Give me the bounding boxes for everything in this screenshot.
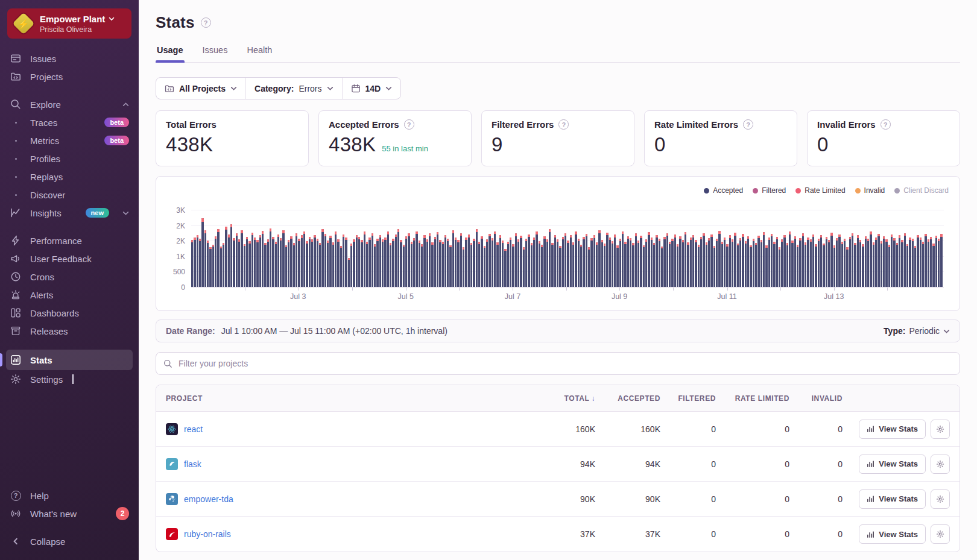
chart-bar[interactable] <box>753 239 754 288</box>
project-link[interactable]: flask <box>184 459 201 469</box>
chart-bar[interactable] <box>348 258 350 288</box>
chart-bar[interactable] <box>570 235 572 288</box>
chart-bar[interactable] <box>794 236 796 288</box>
project-settings-button[interactable] <box>931 455 950 474</box>
chart-bar[interactable] <box>854 243 856 288</box>
chart-bar[interactable] <box>439 240 441 288</box>
chart-bar[interactable] <box>632 243 634 288</box>
chart-bar[interactable] <box>883 236 885 288</box>
sidebar-item-settings[interactable]: Settings <box>0 370 139 388</box>
chart-bar[interactable] <box>783 235 785 288</box>
chart-bar[interactable] <box>619 239 621 288</box>
chart-bar[interactable] <box>392 239 394 288</box>
chart-bar[interactable] <box>465 238 467 288</box>
legend-item-accepted[interactable]: Accepted <box>704 186 743 195</box>
chart-bar[interactable] <box>786 243 788 288</box>
sidebar-item-traces[interactable]: Traces beta <box>0 113 139 131</box>
chart-bar[interactable] <box>773 242 775 288</box>
chart-bar[interactable] <box>541 245 543 288</box>
chart-bar[interactable] <box>390 243 391 288</box>
chart-bar[interactable] <box>408 233 409 288</box>
chart-bar[interactable] <box>364 231 365 288</box>
project-link[interactable]: react <box>184 424 203 434</box>
chart-bar[interactable] <box>755 243 757 288</box>
chart-bar[interactable] <box>938 239 940 288</box>
chart-bar[interactable] <box>669 242 671 288</box>
chart-bar[interactable] <box>288 240 289 288</box>
org-switcher[interactable]: ⚡ Empower Plant Priscila Oliveira <box>7 8 131 39</box>
chart-bar[interactable] <box>838 234 840 288</box>
chart-bar[interactable] <box>781 239 783 288</box>
chart-bar[interactable] <box>533 238 535 288</box>
chart-bar[interactable] <box>776 237 778 288</box>
chart-bar[interactable] <box>470 243 472 288</box>
chart-bar[interactable] <box>421 244 423 288</box>
chart-bar[interactable] <box>802 233 804 288</box>
project-filter-dropdown[interactable]: All Projects <box>156 78 245 99</box>
chart-bar[interactable] <box>197 235 198 288</box>
chart-bar[interactable] <box>724 238 726 288</box>
chart-bar[interactable] <box>645 239 647 288</box>
chart-bar[interactable] <box>256 240 258 288</box>
chart-bar[interactable] <box>384 238 386 288</box>
chart-bar[interactable] <box>298 239 300 288</box>
chart-bar[interactable] <box>225 227 227 288</box>
chart-bar[interactable] <box>737 244 739 288</box>
chart-bar[interactable] <box>713 246 715 288</box>
chart-bar[interactable] <box>729 235 731 288</box>
chart-bar[interactable] <box>254 238 256 288</box>
chart-bar[interactable] <box>447 239 449 288</box>
chart-bar[interactable] <box>267 239 269 288</box>
chart-bar[interactable] <box>797 245 798 288</box>
chart-bar[interactable] <box>452 230 454 288</box>
chart-bar[interactable] <box>460 233 462 288</box>
chart-bar[interactable] <box>285 245 287 288</box>
chart-bar[interactable] <box>612 241 613 288</box>
chart-bar[interactable] <box>223 243 224 288</box>
chart-bar[interactable] <box>382 239 384 288</box>
chart-bar[interactable] <box>648 232 650 288</box>
chart-bar[interactable] <box>935 236 937 288</box>
chart-bar[interactable] <box>329 236 331 288</box>
chart-bar[interactable] <box>481 236 482 288</box>
chart-bar[interactable] <box>881 241 882 288</box>
chart-bar[interactable] <box>423 235 425 288</box>
chart-bar[interactable] <box>345 238 347 288</box>
sidebar-item-whats-new[interactable]: What's new 2 <box>0 505 139 523</box>
chart-bar[interactable] <box>616 245 618 288</box>
chart-bar[interactable] <box>791 241 793 288</box>
category-filter-dropdown[interactable]: Category: Errors <box>245 78 341 99</box>
chart-bar[interactable] <box>687 242 689 288</box>
chart-bar[interactable] <box>661 247 663 288</box>
chart-bar[interactable] <box>228 234 230 288</box>
col-invalid[interactable]: INVALID <box>789 394 843 403</box>
sidebar-item-performance[interactable]: Performance <box>0 231 139 250</box>
chart-bar[interactable] <box>473 239 475 288</box>
chart-bar[interactable] <box>875 238 877 288</box>
search-input[interactable] <box>179 359 952 368</box>
chart-bar[interactable] <box>444 235 446 288</box>
chart-bar[interactable] <box>335 231 337 288</box>
chart-bar[interactable] <box>909 238 911 288</box>
chart-bar[interactable] <box>246 237 248 288</box>
view-stats-button[interactable]: View Stats <box>859 455 926 474</box>
sidebar-item-discover[interactable]: Discover <box>0 186 139 204</box>
chart-bar[interactable] <box>437 232 438 288</box>
chart-bar[interactable] <box>624 242 626 288</box>
chart-bar[interactable] <box>549 229 551 288</box>
type-dropdown[interactable]: Type: Periodic <box>884 326 950 336</box>
chart-bar[interactable] <box>502 241 504 288</box>
chart-bar[interactable] <box>405 236 407 288</box>
tab-health[interactable]: Health <box>245 45 273 62</box>
chart-bar[interactable] <box>857 235 859 288</box>
help-icon[interactable]: ? <box>881 119 891 130</box>
chart-bar[interactable] <box>914 246 916 288</box>
chart-bar[interactable] <box>244 244 245 288</box>
chart-bar[interactable] <box>282 230 284 288</box>
chart-bar[interactable] <box>350 244 352 288</box>
chart-bar[interactable] <box>710 234 712 288</box>
chart-bar[interactable] <box>635 233 637 288</box>
chart-bar[interactable] <box>601 240 603 288</box>
chart-bar[interactable] <box>590 238 592 288</box>
chart-bar[interactable] <box>865 236 867 288</box>
